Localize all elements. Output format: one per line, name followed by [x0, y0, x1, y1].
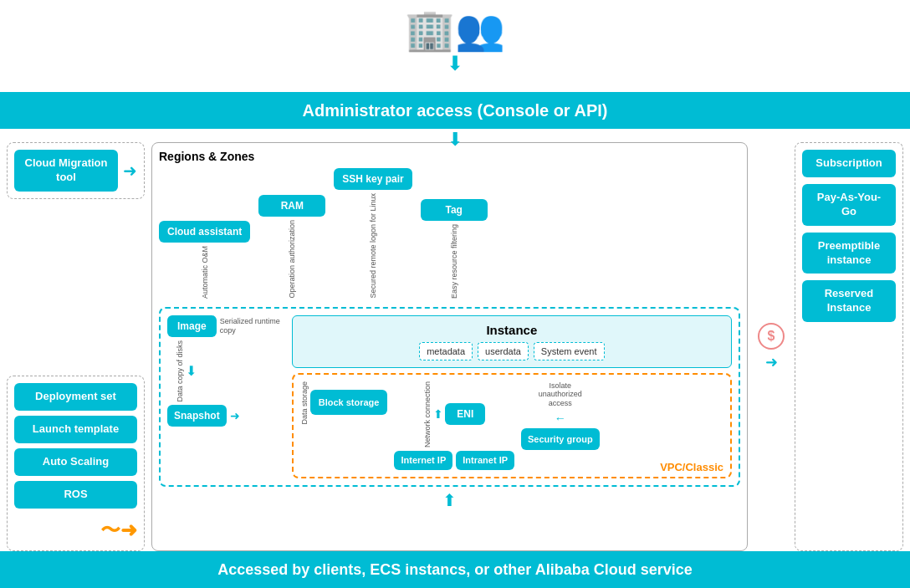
pay-as-you-go-box: Pay-As-You-Go — [802, 184, 896, 226]
ssh-item: SSH key pair Secured remote logon for Li… — [334, 168, 412, 299]
snapshot-row: Snapshot ➜ — [167, 405, 287, 427]
security-arrow: ← — [555, 412, 566, 425]
instance-vpc-col: Instance metadata userdata Syst — [292, 315, 732, 478]
network-connection-text: Network connection — [423, 381, 432, 447]
tag-annotation: Easy resource filtering — [450, 224, 458, 299]
bottom-banner: Accessed by clients, ECS instancs, or ot… — [0, 551, 910, 588]
instance-title: Instance — [303, 323, 721, 337]
subscription-box: Subscription — [802, 150, 896, 177]
wavy-arrow-container: 〜➜ — [14, 517, 137, 544]
eni-area: Network connection ⬆ ENI — [394, 381, 514, 470]
tag-box: Tag — [421, 199, 488, 221]
image-row: Image Serialized runtime copy — [167, 315, 287, 337]
building-icon: 🏢👥 — [405, 7, 505, 54]
data-storage-text: Data storage — [300, 381, 309, 425]
deployment-set-box: Deployment set — [14, 383, 137, 411]
page-container: 🏢👥 ⬇ Administrator access (Console or AP… — [0, 0, 910, 588]
vpc-box: Data storage Block storage — [292, 373, 732, 478]
center-column: Regions & Zones Cloud assistant Automati… — [151, 142, 748, 551]
security-group-box: Security group — [521, 428, 600, 450]
instance-box: Instance metadata userdata Syst — [292, 315, 732, 368]
ecs-inner: Image Serialized runtime copy Data copy … — [167, 315, 732, 478]
intranet-ip-box: Intranet IP — [456, 451, 514, 470]
admin-access-banner: Administrator access (Console or API) — [0, 92, 910, 129]
preemptible-instance-box: Preemptible instance — [802, 233, 896, 274]
snapshot-box: Snapshot — [167, 405, 227, 427]
dollar-right-arrow: ➜ — [765, 353, 778, 371]
eni-box: ENI — [445, 403, 485, 425]
ros-box: ROS — [14, 481, 137, 509]
reserved-instance-box: Reserved Instance — [802, 280, 896, 322]
system-event-box: System event — [534, 342, 605, 360]
ram-annotation: Operation authorization — [288, 220, 296, 299]
ssh-annotation: Secured remote logon for Linux — [369, 193, 377, 299]
isolate-text: Isolate unauthorized access — [535, 381, 585, 408]
image-box: Image — [167, 315, 217, 337]
top-arrow: ⬇ — [405, 54, 505, 74]
cloud-assistant-item: Cloud assistant Automatic O&M — [159, 221, 250, 299]
regions-zones-label: Regions & Zones — [159, 150, 740, 163]
data-copy-text: Data copy of disks — [176, 340, 184, 402]
cloud-assistant-annotation: Automatic O&M — [201, 246, 209, 299]
wavy-arrow-icon: 〜➜ — [100, 517, 137, 544]
vpc-inner: Data storage Block storage — [300, 381, 723, 470]
data-copy-row: Data copy of disks ⬇ — [176, 340, 287, 402]
cloud-migration-box: Cloud Migration tool — [14, 150, 118, 192]
dollar-circle-area: $ ➜ — [754, 142, 788, 551]
left-column: Cloud Migration tool ➜ Deployment set La… — [7, 142, 145, 551]
tools-row: Cloud assistant Automatic O&M RAM Operat… — [159, 168, 740, 299]
image-annotation: Serialized runtime copy — [220, 317, 287, 335]
auto-scaling-box: Auto Scaling — [14, 448, 137, 476]
eni-up-arrow: ⬆ — [433, 407, 443, 421]
block-storage-box: Block storage — [310, 390, 388, 415]
top-banner-text: Administrator access (Console or API) — [303, 101, 608, 120]
ram-box: RAM — [258, 195, 325, 217]
top-icon-area: 🏢👥 ⬇ — [405, 7, 505, 74]
cloud-assistant-box: Cloud assistant — [159, 221, 250, 243]
block-storage-area: Data storage Block storage — [300, 381, 388, 425]
ip-row: Internet IP Intranet IP — [394, 451, 514, 470]
storage-items-col: Image Serialized runtime copy Data copy … — [167, 315, 287, 427]
tools-box: Deployment set Launch template Auto Scal… — [7, 376, 145, 551]
internet-ip-box: Internet IP — [394, 451, 452, 470]
data-copy-arrow: ⬇ — [186, 363, 197, 379]
security-area: Isolate unauthorized access ← Security g… — [521, 381, 600, 451]
data-backup-arrow: ➜ — [230, 409, 240, 422]
bottom-banner-text: Accessed by clients, ECS instancs, or ot… — [217, 561, 693, 579]
right-column: Subscription Pay-As-You-Go Preemptible i… — [795, 142, 903, 551]
userdata-box: userdata — [478, 342, 529, 360]
vpc-label: VPC/Classic — [660, 461, 723, 473]
dollar-circle: $ — [758, 323, 785, 350]
bottom-up-arrow: ⬆ — [159, 490, 740, 510]
billing-box: Subscription Pay-As-You-Go Preemptible i… — [795, 142, 903, 551]
eni-connection-row: Network connection ⬆ ENI — [423, 381, 485, 447]
ram-item: RAM Operation authorization — [258, 195, 325, 299]
main-area: Cloud Migration tool ➜ Deployment set La… — [7, 142, 903, 551]
instance-inner-row: metadata userdata System event — [303, 342, 721, 360]
cloud-migration-arrow: ➜ — [123, 161, 137, 181]
metadata-box: metadata — [419, 342, 473, 360]
ssh-box: SSH key pair — [334, 168, 412, 190]
tag-item: Tag Easy resource filtering — [421, 199, 488, 299]
launch-template-box: Launch template — [14, 416, 137, 443]
center-down-arrow: ⬇ — [447, 129, 463, 151]
cloud-migration-outer: Cloud Migration tool ➜ — [7, 142, 145, 199]
ecs-zone: Image Serialized runtime copy Data copy … — [159, 307, 740, 487]
